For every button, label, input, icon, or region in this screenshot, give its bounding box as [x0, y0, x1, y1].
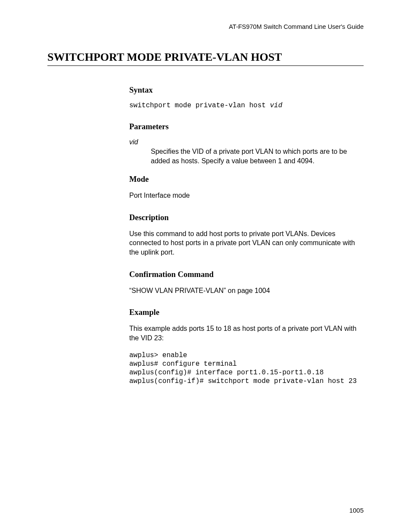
syntax-command: switchport mode private-vlan host vid: [129, 102, 364, 109]
page-number: 1005: [349, 507, 364, 514]
section-heading-mode: Mode: [129, 175, 364, 184]
mode-body: Port Interface mode: [129, 191, 364, 200]
header-guide-title: AT-FS970M Switch Command Line User's Gui…: [47, 23, 364, 30]
example-code: awplus> enable awplus# configure termina…: [129, 351, 364, 386]
page-container: AT-FS970M Switch Command Line User's Gui…: [0, 0, 411, 532]
syntax-base: switchport mode private-vlan host: [129, 102, 270, 109]
section-heading-confirmation: Confirmation Command: [129, 270, 364, 279]
param-term-vid: vid: [129, 138, 364, 146]
section-heading-syntax: Syntax: [129, 86, 364, 95]
confirmation-body: “SHOW VLAN PRIVATE-VLAN” on page 1004: [129, 286, 364, 296]
description-body: Use this command to add host ports to pr…: [129, 229, 364, 257]
example-intro: This example adds ports 15 to 18 as host…: [129, 324, 364, 342]
content-body: Syntax switchport mode private-vlan host…: [129, 86, 364, 386]
param-desc-vid: Specifies the VID of a private port VLAN…: [151, 147, 364, 165]
command-title: SWITCHPORT MODE PRIVATE-VLAN HOST: [47, 51, 364, 66]
syntax-arg: vid: [270, 102, 282, 109]
section-heading-parameters: Parameters: [129, 122, 364, 131]
section-heading-description: Description: [129, 213, 364, 222]
section-heading-example: Example: [129, 308, 364, 317]
